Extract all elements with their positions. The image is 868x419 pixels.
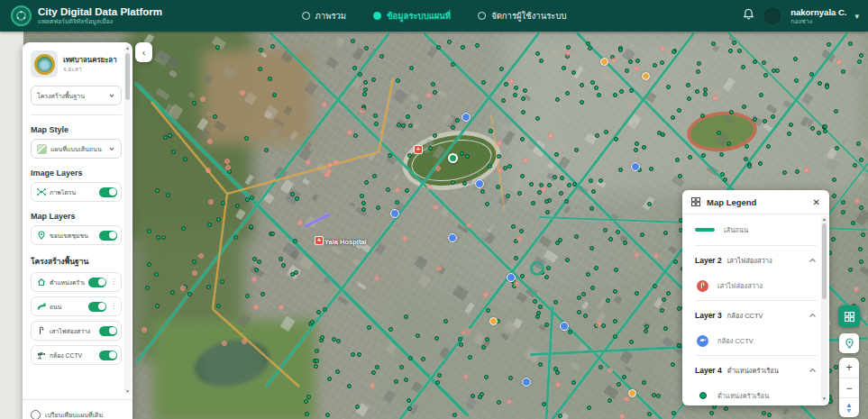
- sidebar-scrollbar[interactable]: ▲ ▼: [124, 45, 131, 395]
- amber-marker[interactable]: [489, 317, 498, 325]
- greenpin-marker[interactable]: [448, 153, 458, 163]
- amber-marker[interactable]: [600, 58, 608, 66]
- kebab-menu-icon[interactable]: ⋮: [110, 278, 117, 286]
- household-marker: [213, 114, 217, 119]
- layer-row-cctv[interactable]: กล้อง CCTV: [31, 345, 122, 365]
- app-subtitle: แพลตฟอร์มดิจิทัลข้อมูลเมือง: [38, 17, 162, 25]
- layer-row-household[interactable]: ตำแหน่งครัวเรือน ⋮: [31, 272, 122, 292]
- cctv-marker[interactable]: [507, 273, 516, 282]
- cctv-marker[interactable]: [448, 233, 457, 242]
- household-marker: [154, 272, 159, 277]
- layer-row-road[interactable]: ถนน ⋮: [31, 296, 122, 316]
- household-marker: [618, 48, 623, 52]
- household-toggle[interactable]: [88, 278, 106, 287]
- legend-scrollbar[interactable]: ▲ ▼: [821, 216, 827, 402]
- kebab-menu-icon[interactable]: ⋮: [110, 303, 117, 310]
- cctv-marker[interactable]: [475, 179, 484, 188]
- chevron-down-icon[interactable]: ▾: [854, 12, 859, 21]
- cctv-marker[interactable]: [390, 209, 399, 218]
- household-marker: [660, 308, 664, 313]
- household-marker: [794, 78, 799, 83]
- household-marker: [310, 320, 315, 324]
- streetlight-marker: [516, 236, 522, 241]
- household-marker: [604, 130, 608, 134]
- legend-section-layer2[interactable]: Layer 2 เสาไฟส่องสว่าง: [695, 248, 817, 273]
- streetlight-marker: [370, 383, 375, 388]
- cctv-marker[interactable]: [631, 162, 640, 171]
- nav-overview[interactable]: ภาพรวม: [302, 9, 347, 23]
- cctv-marker[interactable]: [461, 113, 471, 122]
- household-marker-icon: [699, 392, 707, 399]
- hospital-marker[interactable]: +: [315, 236, 324, 245]
- radio-icon: [478, 12, 486, 20]
- compare-map-row[interactable]: เปรียบเทียบแผนที่เดิม: [23, 399, 132, 419]
- legend-item-cctv: กล้อง CCTV: [695, 328, 817, 353]
- streetlight-marker: [240, 90, 245, 96]
- drone-toggle[interactable]: [99, 187, 117, 197]
- household-marker: [320, 335, 324, 340]
- scroll-down-icon[interactable]: ▼: [124, 388, 131, 395]
- cctv-marker[interactable]: [560, 322, 569, 331]
- cctv-marker[interactable]: [522, 378, 531, 387]
- org-name: เทศบาลนครยะลา: [63, 56, 117, 64]
- scrollbar-thumb[interactable]: [125, 53, 130, 100]
- legend-section-layer3[interactable]: Layer 3 กล้อง CCTV: [695, 303, 817, 328]
- streetlight-toggle[interactable]: [99, 326, 117, 336]
- compass-button[interactable]: [839, 397, 859, 417]
- streetlight-marker: [402, 236, 407, 241]
- building-shape: [357, 282, 366, 290]
- map-style-select[interactable]: แผนที่แบบเส้นถนน: [31, 139, 122, 159]
- zoom-out-button[interactable]: −: [839, 378, 859, 397]
- hospital-marker[interactable]: +: [414, 145, 423, 154]
- household-marker: [771, 114, 775, 119]
- household-marker: [861, 297, 865, 302]
- household-marker: [462, 181, 467, 186]
- user-info[interactable]: nakornyala C. กองช่าง: [790, 7, 846, 25]
- scroll-up-icon[interactable]: ▲: [124, 45, 131, 51]
- sidebar-scroll-area: เทศบาลนครยะลา จ.ยะลา โครงสร้างพื้นฐาน Ma…: [23, 42, 132, 399]
- household-marker: [566, 45, 571, 50]
- nav-map-data[interactable]: ข้อมูลระบบแผนที่: [373, 9, 451, 23]
- legend-toggle-button[interactable]: [838, 305, 860, 327]
- locate-button[interactable]: [839, 333, 859, 353]
- avatar[interactable]: [763, 6, 782, 26]
- amber-marker[interactable]: [642, 72, 650, 80]
- sidebar-collapse-button[interactable]: ‹: [135, 42, 152, 62]
- amber-marker[interactable]: [628, 389, 636, 397]
- nav-user-management[interactable]: จัดการผู้ใช้งานระบบ: [478, 9, 566, 23]
- household-marker: [496, 185, 500, 189]
- building-shape: [312, 194, 319, 202]
- streetlight-marker: [611, 58, 617, 63]
- household-marker: [623, 241, 627, 245]
- layer-row-drone[interactable]: ภาพโดรน: [31, 182, 122, 202]
- road-toggle[interactable]: [88, 302, 106, 312]
- scroll-down-icon[interactable]: ▼: [821, 396, 827, 402]
- household-marker: [519, 229, 524, 233]
- household-marker: [828, 399, 833, 404]
- household-marker: [396, 78, 400, 83]
- close-icon[interactable]: ✕: [813, 197, 820, 207]
- legend-item-label: เส้นถนน: [724, 224, 748, 235]
- category-select[interactable]: โครงสร้างพื้นฐาน: [31, 86, 122, 105]
- household-marker: [220, 279, 224, 284]
- zoom-in-button[interactable]: +: [839, 358, 859, 378]
- streetlight-marker: [436, 266, 442, 271]
- bell-icon[interactable]: [743, 8, 754, 24]
- building-shape: [417, 274, 431, 287]
- building-shape: [782, 409, 789, 416]
- legend-section-layer4[interactable]: Layer 4 ตำแหน่งครัวเรือน: [695, 358, 817, 383]
- community-boundary-toggle[interactable]: [99, 231, 117, 241]
- streetlight-marker: [498, 168, 503, 173]
- building-shape: [409, 93, 418, 102]
- household-marker: [386, 187, 390, 192]
- household-marker: [374, 122, 379, 126]
- layer-row-community-boundary[interactable]: ขอบเขตชุมชน: [31, 225, 122, 245]
- scroll-up-icon[interactable]: ▲: [821, 216, 827, 223]
- layer-row-streetlight[interactable]: เสาไฟส่องสว่าง: [31, 321, 122, 341]
- household-marker: [161, 235, 166, 240]
- scrollbar-thumb[interactable]: [822, 223, 827, 299]
- layer-number: Layer 2: [695, 256, 722, 265]
- household-marker: [580, 100, 584, 105]
- household-marker: [434, 336, 439, 341]
- cctv-toggle[interactable]: [99, 351, 117, 360]
